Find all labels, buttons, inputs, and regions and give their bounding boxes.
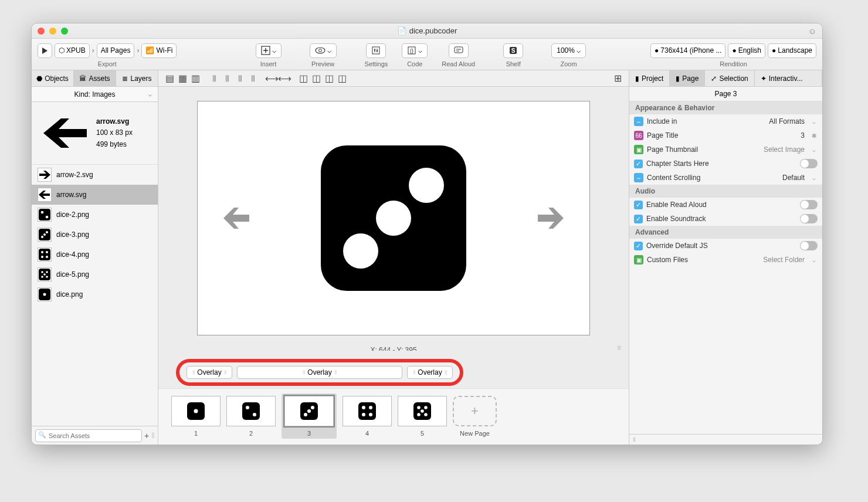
next-arrow-icon[interactable]	[537, 206, 565, 230]
toggle-icon	[800, 159, 818, 168]
svg-point-21	[41, 256, 43, 258]
device-button[interactable]: ● 736x414 (iPhone ...	[650, 43, 725, 58]
distribute-icon[interactable]: ⫴	[209, 73, 219, 84]
svg-point-5	[377, 50, 378, 52]
svg-rect-44	[358, 402, 376, 420]
lang-button[interactable]: ● English	[728, 43, 765, 58]
play-button[interactable]	[38, 43, 52, 58]
svg-point-33	[376, 201, 411, 236]
list-item[interactable]: dice.png	[32, 284, 158, 304]
left-panel: ⬣ Objects 🏛 Assets ≣ Layers Kind: Images…	[32, 70, 158, 445]
prop-include-in[interactable]: ↔Include inAll Formats⌵	[629, 114, 822, 128]
align-right-icon[interactable]: ▥	[190, 73, 201, 84]
tab-interactivity[interactable]: ✦ Interactiv...	[755, 70, 822, 86]
prop-custom-files[interactable]: ▣Custom FilesSelect Folder⌵	[629, 253, 822, 267]
asset-name: arrow.svg	[96, 116, 133, 127]
svg-point-4	[374, 49, 375, 50]
svg-rect-8	[455, 47, 463, 53]
list-item[interactable]: arrow.svg	[32, 185, 158, 205]
svg-point-43	[304, 413, 307, 416]
page-thumb-1[interactable]	[171, 396, 221, 426]
prop-soundtrack[interactable]: ✓Enable Soundtrack	[629, 212, 822, 226]
overlay-pill[interactable]: ⦀Overlay⦀	[407, 366, 453, 379]
svg-point-34	[343, 233, 378, 269]
list-item[interactable]: dice-5.png	[32, 264, 158, 284]
svg-point-13	[46, 216, 49, 219]
svg-point-17	[41, 236, 43, 238]
arrange-icon[interactable]: ◫	[311, 73, 321, 84]
list-item[interactable]: dice-3.png	[32, 225, 158, 245]
asset-size: 499 bytes	[96, 139, 133, 150]
svg-point-52	[421, 409, 424, 413]
insert-button[interactable]: ⌵	[256, 43, 282, 58]
list-item[interactable]: dice-4.png	[32, 245, 158, 264]
section-audio: Audio	[629, 185, 822, 198]
kind-selector[interactable]: Kind: Images	[32, 87, 158, 102]
titlebar: 📄 dice.pubcoder ☺	[32, 23, 822, 39]
page-thumb-4[interactable]	[343, 396, 392, 426]
distribute-icon[interactable]: ⫴	[247, 73, 258, 84]
list-item[interactable]: arrow-2.svg	[32, 165, 158, 185]
toggle-icon	[800, 214, 818, 223]
distribute-icon[interactable]: ⫴	[222, 73, 232, 84]
dice-3-icon	[315, 140, 472, 297]
tab-objects[interactable]: ⬣ Objects	[32, 70, 74, 86]
panel-toggle[interactable]: ⦀	[151, 430, 155, 440]
prev-arrow-icon[interactable]	[222, 206, 250, 230]
overlay-pill[interactable]: ⦀Overlay⦀	[187, 366, 232, 379]
svg-rect-3	[372, 47, 379, 54]
add-asset-button[interactable]: +	[144, 431, 149, 440]
orient-button[interactable]: ● Landscape	[768, 43, 816, 58]
toggle-icon	[800, 241, 818, 250]
arrange-icon[interactable]: ◫	[298, 73, 308, 84]
canvas-wrap	[158, 87, 629, 342]
align-left-icon[interactable]: ▤	[164, 73, 175, 84]
wifi-button[interactable]: 📶 Wi-Fi	[141, 43, 177, 58]
preview-button[interactable]: ⌵	[310, 43, 337, 58]
asset-list: arrow-2.svg arrow.svg dice-2.png dice-3.…	[32, 165, 158, 426]
arrange-icon[interactable]: ◫	[324, 73, 334, 84]
page-thumb-5[interactable]	[398, 396, 447, 426]
prop-page-thumbnail[interactable]: ▣Page ThumbnailSelect Image⌵	[629, 143, 822, 157]
search-input[interactable]	[35, 429, 142, 442]
shelf-button[interactable]: S	[503, 43, 523, 58]
list-item[interactable]: dice-2.png	[32, 205, 158, 225]
allpages-button[interactable]: All Pages	[97, 43, 135, 58]
tab-project[interactable]: ▮ Project	[629, 70, 670, 86]
spacing-icon[interactable]: ⟷	[279, 73, 290, 84]
svg-point-32	[409, 168, 444, 203]
spacing-icon[interactable]: ⟷	[266, 73, 277, 84]
prop-override-js[interactable]: ✓Override Default JS	[629, 239, 822, 253]
tab-page[interactable]: ▮ Page	[670, 70, 705, 86]
svg-point-12	[41, 211, 44, 214]
prop-page-title[interactable]: 66Page Title3✻	[629, 128, 822, 143]
zoom-button[interactable]: 100% ⌵	[551, 43, 586, 58]
tab-layers[interactable]: ≣ Layers	[116, 70, 158, 86]
page-thumb-3[interactable]	[284, 396, 334, 426]
align-tools: ▤ ▦ ▥ ⫴ ⫴ ⫴ ⫴ ⟷ ⟷ ◫ ◫ ◫ ◫	[158, 70, 629, 87]
new-page-button[interactable]: +	[453, 396, 497, 426]
tab-selection[interactable]: ⤢ Selection	[705, 70, 754, 86]
xpub-button[interactable]: ⬡ XPUB	[55, 43, 90, 58]
smile-icon[interactable]: ☺	[808, 26, 816, 36]
grid-icon[interactable]: ⊞	[612, 73, 623, 84]
canvas[interactable]	[197, 101, 590, 335]
overlay-pill[interactable]: ⦀Overlay⦀	[237, 366, 402, 379]
code-button[interactable]: {} ⌵	[402, 43, 428, 58]
search-bar: + ⦀	[32, 426, 158, 445]
page-thumb-2[interactable]	[226, 396, 276, 426]
readaloud-button[interactable]	[449, 43, 469, 58]
svg-text:S: S	[511, 48, 516, 54]
drag-handle-icon[interactable]: ≡	[617, 344, 621, 352]
prop-read-aloud[interactable]: ✓Enable Read Aloud	[629, 198, 822, 212]
prop-content-scrolling[interactable]: ↔Content ScrollingDefault⌵	[629, 171, 822, 185]
prop-chapter-starts[interactable]: ✓Chapter Starts Here	[629, 157, 822, 171]
settings-button[interactable]	[366, 43, 386, 58]
center-area: ▤ ▦ ▥ ⫴ ⫴ ⫴ ⫴ ⟷ ⟷ ◫ ◫ ◫ ◫	[158, 70, 629, 445]
arrange-icon[interactable]: ◫	[337, 73, 347, 84]
svg-point-38	[246, 406, 249, 409]
tab-assets[interactable]: 🏛 Assets	[74, 70, 116, 86]
window-title: 📄 dice.pubcoder	[32, 26, 822, 35]
align-center-icon[interactable]: ▦	[177, 73, 188, 84]
distribute-icon[interactable]: ⫴	[235, 73, 245, 84]
